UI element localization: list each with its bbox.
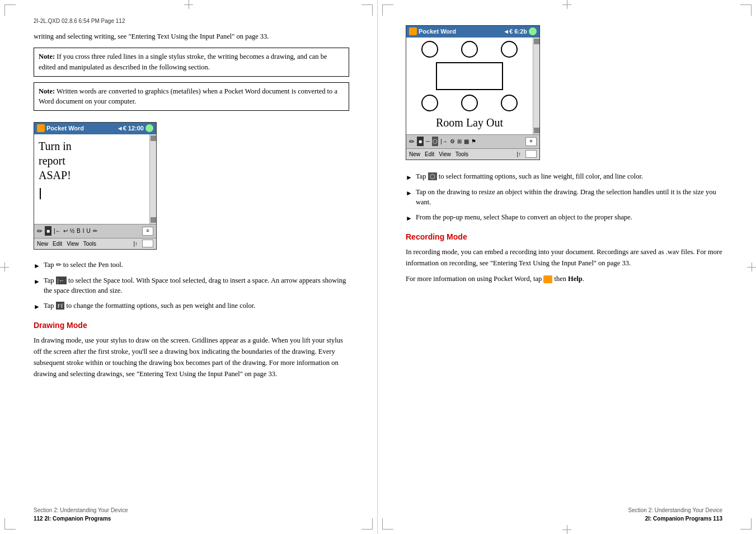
ok-button <box>145 124 153 132</box>
device-screenshot-right-wrapper: Pocket Word ◄€ 6:2b <box>406 20 540 166</box>
right-bullet-text-shape: From the pop-up menu, select Shape to co… <box>416 212 722 223</box>
recording-mode-text2: For more information on using Pocket Wor… <box>406 273 722 284</box>
crosshair-top-left <box>184 0 193 9</box>
bullet-text-format: Tap Ff to change the formatting options,… <box>44 301 349 311</box>
left-bullet-list: ► Tap ✏ to select the Pen tool. ► Tap |←… <box>34 260 349 312</box>
device-scrollbar-left <box>149 134 156 224</box>
recording-mode-text1: In recording mode, you can embed a recor… <box>406 246 722 269</box>
scroll-down <box>151 217 156 223</box>
device-left: Pocket Word ◄€ 12:00 Turn inreportASAP! <box>34 122 157 250</box>
right-toolbar-icon-8: ⚑ <box>471 137 476 146</box>
bullet-text-space: Tap |← to select the Space tool. With Sp… <box>44 275 349 297</box>
help-bold: Help <box>568 275 583 283</box>
menu-new: New <box>37 240 48 248</box>
device-left-menubar: New Edit View Tools |↑ <box>34 238 156 249</box>
pocket-word-inline-icon <box>543 275 552 283</box>
bullet-arrow-3: ► <box>34 302 40 312</box>
right-corner-tl <box>382 4 393 16</box>
toolbar-icon-1: ■ <box>45 226 51 236</box>
right-bullet-arrow-2: ► <box>406 188 412 198</box>
right-bullet-item-shape: ► From the pop-up menu, select Shape to … <box>406 212 722 223</box>
right-footer-section: Section 2: Understanding Your Device <box>406 506 722 514</box>
drawing-circles-top <box>410 41 529 58</box>
right-toolbar-icon-7: ▦ <box>464 137 469 146</box>
circle-3 <box>501 41 518 58</box>
device-right-toolbar: ✏ ■ ─ ⬡ |→ ⚙ ⊞ ▦ ⚑ ≡ <box>406 134 539 148</box>
device-right-body: Room Lay Out <box>406 38 533 134</box>
right-footer-page: 2I: Companion Programs 113 <box>406 514 722 523</box>
drawing-mode-text: In drawing mode, use your stylus to draw… <box>34 335 349 380</box>
input-mode-btn: ≡ <box>142 227 153 236</box>
right-bullet-item-format: ► Tap ⬡ to select formatting options, su… <box>406 171 722 182</box>
right-scroll-down <box>534 128 539 133</box>
right-bullet-text-resize: Tap on the drawing to resize an object w… <box>416 187 722 208</box>
left-footer-page: 112 2I: Companion Programs <box>34 514 349 523</box>
right-toolbar-icon-6: ⊞ <box>457 137 462 146</box>
menu-tools: Tools <box>83 240 96 248</box>
note2-label: Note: <box>39 87 55 95</box>
crosshair-top-right <box>562 0 571 9</box>
crosshair-right <box>747 263 756 271</box>
right-toolbar-icon-5: ⚙ <box>450 137 455 146</box>
bullet-item-format: ► Tap Ff to change the formatting option… <box>34 301 349 312</box>
device-left-time-text: ◄€ 12:00 <box>117 124 144 133</box>
right-time-area: ◄€ 6:2b <box>503 27 537 36</box>
right-menu-view: View <box>439 150 451 158</box>
right-device-title: Pocket Word <box>419 27 456 36</box>
device-left-title-left: Pocket Word <box>37 124 84 133</box>
right-toolbar-icon-1: ■ <box>417 137 424 146</box>
right-bullet-arrow-1: ► <box>406 172 412 182</box>
device-right-titlebar: Pocket Word ◄€ 6:2b <box>406 26 539 38</box>
note-box-1: Note: If you cross three ruled lines in … <box>34 48 349 77</box>
toolbar-icon-7: U <box>86 227 90 235</box>
right-menu-tools: Tools <box>456 150 468 158</box>
toolbar-icon-4: ½ <box>70 227 74 235</box>
right-page: Pocket Word ◄€ 6:2b <box>378 0 756 534</box>
device-left-body-wrapper: Turn inreportASAP! <box>34 134 156 224</box>
crosshair-bottom-right <box>562 525 571 534</box>
right-menu-icon: |↑ <box>516 150 521 158</box>
left-intro-text: writing and selecting writing, see "Ente… <box>34 31 349 42</box>
device-left-body: Turn inreportASAP! <box>34 134 149 224</box>
crosshair-left <box>0 263 9 271</box>
rectangle-drawing <box>436 62 503 90</box>
left-page-header: 2I-2L.QXD 02.8.6 6:54 PM Page 112 <box>34 17 349 25</box>
right-pocket-word-icon <box>409 27 417 35</box>
right-toolbar-icon-3: ⬡ <box>432 137 438 146</box>
device-right-scrollbar <box>533 38 539 134</box>
toolbar-icon-6: I <box>83 227 84 235</box>
floor-plan-label: Room Lay Out <box>410 114 529 131</box>
device-left-toolbar: ✏ ■ |← ↩ ½ B I U ✏ ≡ <box>34 224 156 238</box>
device-left-time: ◄€ 12:00 <box>117 124 153 133</box>
device-right: Pocket Word ◄€ 6:2b <box>406 25 540 160</box>
page-container: 2I-2L.QXD 02.8.6 6:54 PM Page 112 writin… <box>0 0 756 534</box>
right-menu-new: New <box>409 150 420 158</box>
right-pen-icon: ✏ <box>409 137 415 147</box>
handwriting-text: Turn inreportASAP! <box>39 139 145 182</box>
left-page: 2I-2L.QXD 02.8.6 6:54 PM Page 112 writin… <box>0 0 378 534</box>
circle-5 <box>461 95 478 111</box>
bullet-item-space: ► Tap |← to select the Space tool. With … <box>34 275 349 297</box>
note1-text: If you cross three ruled lines in a sing… <box>39 53 327 71</box>
right-bullet-list: ► Tap ⬡ to select formatting options, su… <box>406 171 722 224</box>
bullet-arrow-1: ► <box>34 261 40 271</box>
note2-text: Written words are converted to graphics … <box>39 87 337 106</box>
right-footer: Section 2: Understanding Your Device 2I:… <box>378 506 756 523</box>
drawing-circles-bottom <box>410 95 529 111</box>
bullet-text-pen: Tap ✏ to select the Pen tool. <box>44 260 349 270</box>
right-toolbar-icon-2: ─ <box>426 137 430 146</box>
device-right-menubar: New Edit View Tools |↑ <box>406 148 539 160</box>
input-icon <box>142 240 153 247</box>
menu-icon: |↑ <box>133 240 138 248</box>
right-toolbar-icon-4: |→ <box>440 137 448 146</box>
right-menu-edit: Edit <box>425 150 434 158</box>
right-corner-tr <box>740 4 752 16</box>
bullet-arrow-2: ► <box>34 277 40 287</box>
left-page-content: writing and selecting writing, see "Ente… <box>34 31 349 380</box>
device-screenshot-left: Pocket Word ◄€ 12:00 Turn inreportASAP! <box>34 116 157 255</box>
drawing-mode-heading: Drawing Mode <box>34 320 349 331</box>
corner-tr <box>361 4 373 16</box>
left-footer-section: Section 2: Understanding Your Device <box>34 506 349 514</box>
toolbar-icon-8: ✏ <box>93 227 97 235</box>
menu-view: View <box>67 240 79 248</box>
